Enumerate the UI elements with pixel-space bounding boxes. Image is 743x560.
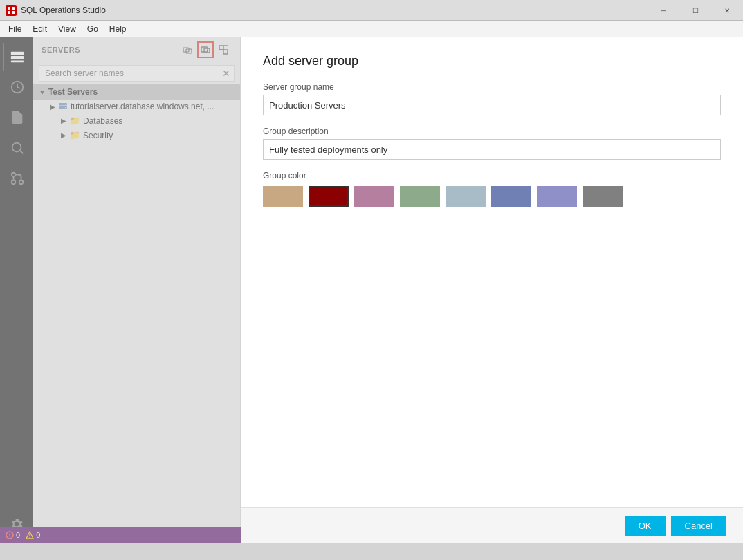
- svg-rect-5: [11, 56, 24, 59]
- right-panel: Add server group Server group name Group…: [241, 37, 743, 543]
- app-title: SQL Operations Studio: [21, 6, 106, 15]
- security-label: Security: [83, 131, 113, 140]
- activity-search[interactable]: [3, 134, 30, 162]
- search-clear-button[interactable]: ✕: [219, 66, 233, 80]
- svg-point-10: [12, 173, 16, 177]
- dialog-title: Add server group: [263, 54, 721, 68]
- minimize-button[interactable]: ─: [648, 0, 679, 21]
- tree-group-test-servers[interactable]: ▼ Test Servers: [33, 84, 240, 100]
- menu-help[interactable]: Help: [104, 21, 132, 37]
- sidebar: SERVERS ✕: [33, 37, 241, 543]
- form-group-color: Group color: [263, 171, 721, 207]
- titlebar: SQL Operations Studio ─ ☐ ✕: [0, 0, 743, 21]
- sidebar-header: SERVERS: [33, 37, 240, 62]
- collapse-all-button[interactable]: [215, 41, 232, 58]
- svg-line-9: [20, 151, 23, 153]
- svg-rect-1: [12, 7, 15, 10]
- desc-input[interactable]: [263, 139, 721, 160]
- group-label: Test Servers: [48, 87, 98, 97]
- form-group-name: Server group name: [263, 82, 721, 115]
- form-group-desc: Group description: [263, 127, 721, 160]
- ok-button[interactable]: OK: [625, 516, 666, 536]
- color-swatch-4[interactable]: [400, 186, 440, 207]
- menu-go[interactable]: Go: [82, 21, 104, 37]
- server-name: tutorialserver.database.windows.net, ...: [71, 102, 214, 111]
- status-warnings: 0: [26, 531, 40, 539]
- tree-server-item[interactable]: ▶ tutorialserver.database.windows.net, .…: [33, 100, 240, 113]
- menubar: File Edit View Go Help: [0, 21, 743, 37]
- search-box: ✕: [39, 65, 235, 82]
- activity-git[interactable]: [3, 165, 30, 192]
- sidebar-actions: [179, 41, 232, 58]
- chevron-right-icon-db: ▶: [61, 117, 66, 124]
- svg-point-11: [19, 180, 24, 185]
- new-connection-button[interactable]: [179, 41, 196, 58]
- folder-icon-databases: 📁: [69, 115, 80, 126]
- add-group-button[interactable]: [197, 41, 214, 58]
- color-swatch-6[interactable]: [491, 186, 531, 207]
- chevron-right-icon-sec: ▶: [61, 131, 66, 139]
- warning-icon: [26, 531, 34, 539]
- svg-rect-6: [11, 61, 24, 63]
- main-layout: SERVERS ✕: [0, 37, 743, 543]
- svg-point-27: [65, 107, 66, 109]
- sidebar-title: SERVERS: [42, 46, 80, 54]
- svg-point-12: [12, 180, 16, 185]
- color-swatch-7[interactable]: [537, 186, 577, 207]
- titlebar-controls: ─ ☐ ✕: [648, 0, 743, 21]
- svg-point-32: [30, 537, 30, 538]
- svg-point-30: [9, 536, 10, 536]
- dialog-footer: OK Cancel: [241, 507, 743, 543]
- color-swatch-8[interactable]: [583, 186, 623, 207]
- cancel-button[interactable]: Cancel: [671, 516, 726, 536]
- name-input[interactable]: [263, 95, 721, 115]
- svg-point-8: [12, 143, 21, 152]
- server-icon: [58, 102, 68, 111]
- menu-edit[interactable]: Edit: [27, 21, 53, 37]
- activity-explorer[interactable]: [3, 104, 30, 131]
- folder-icon-security: 📁: [69, 130, 80, 140]
- svg-rect-0: [8, 7, 10, 10]
- left-container: SERVERS ✕: [0, 37, 241, 543]
- desc-label: Group description: [263, 127, 721, 136]
- app-icon: [6, 5, 17, 16]
- svg-point-26: [65, 104, 66, 105]
- svg-rect-4: [11, 52, 24, 55]
- color-swatch-1[interactable]: [263, 186, 303, 207]
- activity-bar: [0, 37, 33, 543]
- svg-rect-3: [12, 11, 15, 14]
- svg-rect-20: [219, 46, 223, 50]
- color-label: Group color: [263, 171, 721, 180]
- tree-databases-item[interactable]: ▶ 📁 Databases: [33, 113, 240, 128]
- databases-label: Databases: [83, 116, 122, 126]
- chevron-right-icon: ▶: [50, 103, 55, 111]
- chevron-down-icon: ▼: [39, 88, 46, 96]
- status-errors: 0: [6, 531, 20, 539]
- error-icon: [6, 531, 14, 539]
- search-input[interactable]: [39, 65, 235, 82]
- color-swatch-2[interactable]: [309, 186, 349, 207]
- dialog-panel: Add server group Server group name Group…: [241, 37, 743, 507]
- color-swatch-5[interactable]: [446, 186, 486, 207]
- color-swatch-3[interactable]: [354, 186, 394, 207]
- server-tree: ▼ Test Servers ▶ tutorialserver.database…: [33, 84, 240, 543]
- tree-security-item[interactable]: ▶ 📁 Security: [33, 128, 240, 142]
- menu-file[interactable]: File: [3, 21, 27, 37]
- close-button[interactable]: ✕: [711, 0, 743, 21]
- statusbar: 0 0: [0, 527, 241, 543]
- menu-view[interactable]: View: [53, 21, 82, 37]
- maximize-button[interactable]: ☐: [679, 0, 711, 21]
- svg-rect-21: [223, 50, 228, 54]
- color-swatches: [263, 186, 721, 207]
- svg-rect-2: [8, 11, 10, 14]
- activity-servers[interactable]: [3, 43, 30, 71]
- activity-history[interactable]: [3, 73, 30, 101]
- name-label: Server group name: [263, 82, 721, 92]
